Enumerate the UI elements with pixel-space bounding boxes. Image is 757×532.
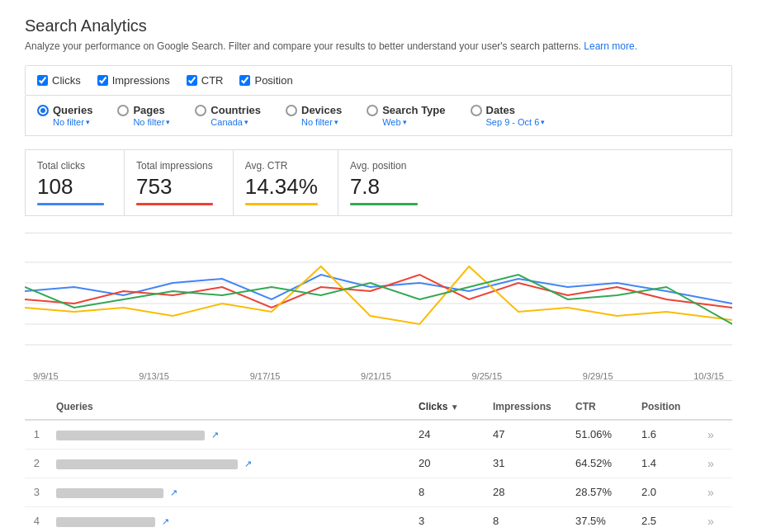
- position-2: 1.4: [633, 449, 699, 478]
- pages-dropdown-arrow: ▾: [166, 118, 170, 126]
- table-row: 3 ↗ 8 28 28.57% 2.0 »: [25, 478, 732, 506]
- total-impressions-underline: [136, 203, 213, 205]
- dimension-devices[interactable]: Devices No filter ▾: [286, 104, 342, 127]
- filter-bar: Clicks Impressions CTR Position: [25, 65, 732, 96]
- dimension-countries[interactable]: Countries Canada ▾: [195, 104, 261, 127]
- chevron-right-2[interactable]: »: [707, 457, 714, 470]
- search-type-dropdown-arrow: ▾: [403, 118, 407, 126]
- avg-ctr-label: Avg. CTR: [245, 160, 318, 172]
- x-label-5: 9/25/15: [471, 371, 502, 381]
- clicks-2: 20: [410, 449, 485, 478]
- impressions-2: 31: [485, 449, 567, 478]
- row-action-3[interactable]: »: [699, 478, 732, 506]
- data-table: Queries Clicks ▼ Impressions CTR Positio…: [25, 394, 732, 532]
- total-impressions-label: Total impressions: [136, 160, 213, 172]
- impressions-3: 28: [485, 478, 567, 506]
- learn-more-link[interactable]: Learn more.: [584, 40, 637, 52]
- impressions-checkbox[interactable]: [97, 75, 108, 86]
- devices-filter[interactable]: No filter ▾: [301, 117, 342, 127]
- dimension-search-type[interactable]: Search Type Web ▾: [367, 104, 445, 127]
- chevron-right-3[interactable]: »: [707, 486, 714, 499]
- devices-dropdown-arrow: ▾: [334, 118, 338, 126]
- col-ctr[interactable]: CTR: [567, 394, 633, 420]
- table-row: 2 ↗ 20 31 64.52% 1.4 »: [25, 449, 732, 478]
- row-num-3: 3: [25, 478, 48, 506]
- stats-row: Total clicks 108 Total impressions 753 A…: [25, 149, 732, 216]
- total-impressions-value: 753: [136, 175, 213, 199]
- clicks-3: 8: [410, 478, 485, 506]
- chart-x-labels: 9/9/15 9/13/15 9/17/15 9/21/15 9/25/15 9…: [25, 368, 732, 381]
- impressions-1: 47: [485, 420, 567, 450]
- avg-ctr-value: 14.34%: [245, 175, 318, 199]
- row-action-1[interactable]: »: [699, 420, 732, 450]
- x-label-4: 9/21/15: [361, 371, 391, 381]
- x-label-2: 9/13/15: [139, 371, 169, 381]
- avg-position-value: 7.8: [350, 175, 418, 199]
- ctr-label: CTR: [201, 74, 224, 87]
- dimension-dates[interactable]: Dates Sep 9 - Oct 6 ▾: [471, 104, 546, 127]
- row-num-2: 2: [25, 449, 48, 478]
- dimension-pages[interactable]: Pages No filter ▾: [117, 104, 170, 127]
- countries-dropdown-arrow: ▾: [244, 118, 248, 126]
- col-num: [25, 394, 48, 420]
- row-action-4[interactable]: »: [699, 506, 732, 532]
- dimension-queries[interactable]: Queries No filter ▾: [37, 104, 92, 127]
- radio-search-type: [367, 105, 378, 116]
- col-action: [699, 394, 732, 420]
- chart-line-impressions: [25, 275, 732, 308]
- row-num-1: 1: [25, 420, 48, 450]
- chart-svg: [25, 242, 732, 365]
- total-clicks-label: Total clicks: [37, 160, 104, 172]
- query-blur-2: [56, 459, 238, 469]
- queries-filter[interactable]: No filter ▾: [53, 117, 92, 127]
- avg-position-underline: [350, 203, 418, 205]
- col-queries[interactable]: Queries: [48, 394, 410, 420]
- row-action-2[interactable]: »: [699, 449, 732, 478]
- col-position[interactable]: Position: [633, 394, 699, 420]
- search-type-filter[interactable]: Web ▾: [382, 117, 445, 127]
- countries-filter[interactable]: Canada ▾: [211, 117, 261, 127]
- position-checkbox[interactable]: [239, 75, 250, 86]
- row-num-4: 4: [25, 506, 48, 532]
- ctr-2: 64.52%: [567, 449, 633, 478]
- filter-impressions[interactable]: Impressions: [97, 74, 170, 87]
- query-cell-4: ↗: [48, 506, 410, 532]
- chart-line-ctr: [25, 266, 732, 324]
- external-link-1[interactable]: ↗: [211, 430, 219, 440]
- position-4: 2.5: [633, 506, 699, 532]
- dates-dropdown-arrow: ▾: [541, 118, 545, 126]
- avg-position-label: Avg. position: [350, 160, 418, 172]
- query-cell-2: ↗: [48, 449, 410, 478]
- ctr-checkbox[interactable]: [187, 75, 197, 86]
- filter-position[interactable]: Position: [239, 74, 292, 87]
- external-link-3[interactable]: ↗: [170, 487, 177, 497]
- stat-total-impressions: Total impressions 753: [125, 150, 234, 215]
- table-row: 1 ↗ 24 47 51.06% 1.6 »: [25, 420, 732, 450]
- external-link-2[interactable]: ↗: [244, 459, 252, 468]
- col-impressions[interactable]: Impressions: [485, 394, 567, 420]
- position-label: Position: [254, 74, 292, 87]
- clicks-checkbox[interactable]: [37, 75, 48, 86]
- avg-ctr-underline: [245, 203, 318, 205]
- clicks-4: 3: [410, 506, 485, 532]
- pages-filter[interactable]: No filter ▾: [133, 117, 170, 127]
- filter-ctr[interactable]: CTR: [187, 74, 224, 87]
- position-1: 1.6: [633, 420, 699, 450]
- ctr-4: 37.5%: [567, 506, 633, 532]
- query-blur-1: [56, 431, 205, 440]
- filter-clicks[interactable]: Clicks: [37, 74, 81, 87]
- total-clicks-value: 108: [37, 175, 104, 199]
- dates-filter[interactable]: Sep 9 - Oct 6 ▾: [486, 117, 546, 127]
- ctr-3: 28.57%: [567, 478, 633, 506]
- impressions-4: 8: [485, 506, 567, 532]
- radio-dates: [471, 105, 482, 116]
- external-link-4[interactable]: ↗: [162, 516, 169, 526]
- impressions-label: Impressions: [112, 74, 170, 87]
- stat-avg-position: Avg. position 7.8: [338, 150, 438, 215]
- radio-devices: [286, 105, 297, 116]
- ctr-1: 51.06%: [567, 420, 633, 450]
- clicks-label: Clicks: [52, 74, 81, 87]
- chevron-right-1[interactable]: »: [707, 428, 714, 441]
- col-clicks[interactable]: Clicks ▼: [410, 394, 485, 420]
- chevron-right-4[interactable]: »: [707, 515, 714, 528]
